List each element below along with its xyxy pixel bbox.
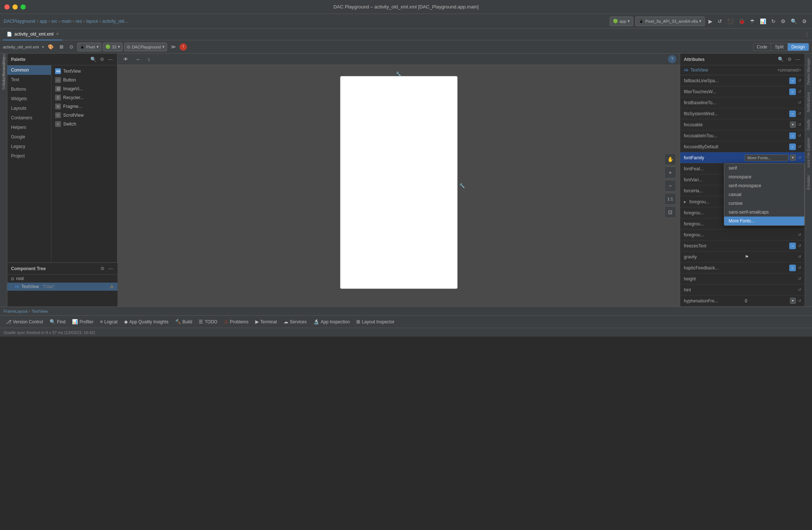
- toolbar-project-dropdown[interactable]: ◎ DACPlayground ▾: [124, 43, 167, 51]
- zoom-in-btn[interactable]: +: [664, 167, 676, 178]
- attr-reset-focusedbydefault[interactable]: ↺: [798, 145, 801, 149]
- coverage-button[interactable]: ☂: [748, 17, 756, 26]
- right-handle[interactable]: 🔧: [459, 183, 465, 188]
- bottom-btn-terminal[interactable]: ▶ Terminal: [252, 318, 280, 326]
- zoom-out-btn[interactable]: −: [664, 180, 676, 192]
- attr-btn-focusableintou[interactable]: −: [789, 132, 796, 139]
- attr-reset-gravity[interactable]: ↺: [798, 255, 801, 259]
- breadcrumb-dacplayground[interactable]: DACPlayground: [4, 19, 35, 24]
- bottom-btn-version-control[interactable]: ⎇ Version Control: [3, 318, 46, 326]
- sidebar-item-structure[interactable]: Structure: [0, 79, 7, 86]
- search-btn[interactable]: 🔍: [789, 17, 798, 26]
- bottom-btn-find[interactable]: 🔍 Find: [47, 318, 68, 326]
- component-tree-collapse-btn[interactable]: —: [108, 265, 114, 272]
- hand-tool-btn[interactable]: ✋: [664, 153, 676, 165]
- palette-cat-google[interactable]: Google: [7, 132, 51, 142]
- bottom-btn-layout-inspector[interactable]: ⊞ Layout Inspector: [353, 318, 397, 326]
- breadcrumb-bottom-textview[interactable]: TextView: [32, 309, 48, 313]
- attr-reset-fallbacklinespa[interactable]: ↺: [798, 79, 801, 83]
- tab-activity-xml[interactable]: 📄 activity_old_xml.xml ✕: [3, 29, 62, 40]
- attr-dropdown-focusable[interactable]: ▾: [790, 121, 796, 128]
- attr-reset-firstbaselineto[interactable]: ↺: [798, 101, 801, 105]
- toolbar-device-dropdown[interactable]: 📱 Pixel ▾: [77, 43, 101, 51]
- bottom-btn-profiler[interactable]: 📊 Profiler: [69, 318, 96, 326]
- attr-reset-hapticfeedback[interactable]: ↺: [798, 266, 801, 270]
- profile-button[interactable]: 📊: [758, 17, 768, 26]
- palette-item-imageview[interactable]: 🖼 ImageVi...: [53, 84, 116, 93]
- attr-reset-freezestext[interactable]: ↺: [798, 244, 801, 248]
- font-option-serif-monospace[interactable]: serif-monospace: [724, 181, 804, 190]
- font-option-casual[interactable]: casual: [724, 190, 804, 199]
- canvas-fit-btn[interactable]: ↔: [133, 55, 142, 63]
- attr-btn-filtertouchesw[interactable]: −: [789, 88, 796, 95]
- toolbar-blueprint-icon[interactable]: ⊠: [57, 43, 66, 51]
- debug-button[interactable]: ⬛: [726, 17, 735, 26]
- attr-reset-focusable[interactable]: ↺: [798, 123, 801, 127]
- close-button[interactable]: [4, 4, 10, 10]
- attributes-search-btn[interactable]: 🔍: [777, 56, 784, 63]
- run-button[interactable]: ▶: [707, 17, 714, 26]
- palette-cat-project[interactable]: Project: [7, 151, 51, 161]
- palette-item-button[interactable]: ▭ Button: [53, 76, 116, 84]
- sync-button[interactable]: ↻: [770, 17, 777, 26]
- palette-cat-layouts[interactable]: Layouts: [7, 104, 51, 113]
- device-frame-btn[interactable]: ⊡: [664, 206, 676, 218]
- bottom-btn-services[interactable]: ☁ Services: [281, 318, 310, 326]
- tab-close-btn[interactable]: ✕: [56, 32, 59, 36]
- tree-item-root[interactable]: ⊡ root: [7, 275, 118, 283]
- top-handle[interactable]: 🔧: [396, 72, 401, 77]
- split-view-btn[interactable]: Split: [771, 43, 787, 51]
- attr-dropdown-fontfamily[interactable]: ▾: [790, 155, 796, 161]
- font-option-serif[interactable]: serif: [724, 164, 804, 173]
- breadcrumb-layout[interactable]: layout: [86, 19, 98, 24]
- app-dropdown[interactable]: 🟢 app ▾: [610, 17, 633, 26]
- rerun-button[interactable]: ↺: [716, 17, 723, 26]
- palette-item-fragment[interactable]: ⊞ Fragme...: [53, 102, 116, 111]
- toolbar-locale-btn[interactable]: ≫: [169, 43, 178, 51]
- attr-btn-fitssystemwind[interactable]: −: [789, 110, 796, 117]
- palette-cat-text[interactable]: Text: [7, 75, 51, 84]
- sidebar-item-notifications[interactable]: Notifications: [806, 89, 811, 115]
- sidebar-item-file-explorer[interactable]: svice File Explorer: [806, 135, 811, 171]
- palette-cat-buttons[interactable]: Buttons: [7, 84, 51, 94]
- attr-reset-hint[interactable]: ↺: [798, 288, 801, 292]
- font-option-cursive[interactable]: cursive: [724, 199, 804, 208]
- bottom-btn-app-quality[interactable]: ◆ App Quality Insights: [121, 318, 172, 326]
- device-dropdown[interactable]: 📱 Pixel_3a_API_33_arm64-v8a ▾: [635, 17, 705, 26]
- tree-item-textview[interactable]: Ab TextView "Ciao" ⚠: [7, 283, 118, 291]
- attr-btn-freezestext[interactable]: −: [789, 243, 796, 249]
- bottom-btn-todo[interactable]: ☰ TODO: [196, 318, 220, 326]
- fontfamily-input[interactable]: More Fonts...: [745, 155, 788, 161]
- sidebar-item-emulator[interactable]: Emulator: [806, 172, 811, 193]
- attr-reset-foregrou4[interactable]: ↺: [798, 233, 801, 237]
- bottom-btn-problems[interactable]: ⚠ Problems: [221, 318, 252, 326]
- attr-reset-height[interactable]: ↺: [798, 277, 801, 281]
- breadcrumb-app[interactable]: app: [40, 19, 47, 24]
- attr-reset-hyphenationfre[interactable]: ↺: [798, 299, 801, 303]
- more-btn[interactable]: ⚙: [801, 17, 808, 26]
- canvas-pan-btn[interactable]: 👁: [121, 55, 130, 63]
- bottom-btn-logcat[interactable]: ≡ Logcat: [97, 318, 120, 326]
- attr-reset-fitssystemwind[interactable]: ↺: [798, 112, 801, 116]
- breadcrumb-file[interactable]: activity_old...: [102, 19, 128, 24]
- settings-btn[interactable]: ⚙: [779, 17, 787, 26]
- palette-item-scrollview[interactable]: ⊡ ScrollView: [53, 111, 116, 120]
- attr-reset-fontfamily[interactable]: ↺: [798, 156, 801, 160]
- attr-dropdown-hyphenationfre[interactable]: ▾: [790, 298, 796, 304]
- attributes-settings-btn[interactable]: ⚙: [787, 56, 793, 63]
- palette-cat-legacy[interactable]: Legacy: [7, 142, 51, 151]
- minimize-button[interactable]: [12, 4, 18, 10]
- breadcrumb-res[interactable]: res: [76, 19, 82, 24]
- font-option-sans-serif-smallcaps[interactable]: sans-serif-smallcaps: [724, 208, 804, 217]
- code-view-btn[interactable]: Code: [753, 43, 772, 51]
- font-option-monospace[interactable]: monospace: [724, 173, 804, 181]
- attr-btn-focusedbydefault[interactable]: −: [789, 144, 796, 150]
- palette-item-switch[interactable]: ⊙ Switch: [53, 120, 116, 128]
- toolbar-wireframe-icon[interactable]: ⊙: [67, 43, 76, 51]
- sidebar-item-gradle[interactable]: Gradle: [806, 116, 811, 133]
- bottom-btn-build[interactable]: 🔨 Build: [172, 318, 195, 326]
- tab-more-btn[interactable]: ⋮: [805, 32, 809, 37]
- attr-btn-fallbacklinespa[interactable]: −: [789, 77, 796, 84]
- palette-search-btn[interactable]: 🔍: [90, 56, 97, 63]
- attributes-collapse-btn[interactable]: —: [795, 56, 801, 63]
